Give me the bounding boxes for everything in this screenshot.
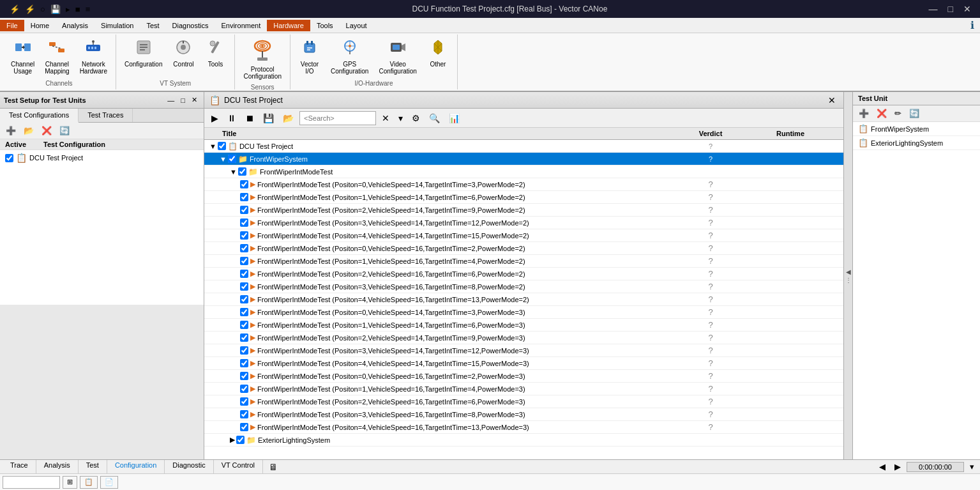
tab-test-traces[interactable]: Test Traces <box>79 109 133 122</box>
table-row[interactable]: ▶ FrontWiperIntModeTest (Positon=4,Vehic… <box>204 421 843 434</box>
right-panel-collapse-btn[interactable]: ◀ ⋮ <box>843 92 852 459</box>
table-row[interactable]: ▼ 📁 FrontWiperIntModeTest <box>204 165 843 178</box>
row18-check[interactable] <box>240 372 248 380</box>
menu-home[interactable]: Home <box>24 20 56 31</box>
status-nav-left[interactable]: ◀ <box>876 460 889 473</box>
row0-check[interactable] <box>218 142 226 150</box>
qa-arrow[interactable]: ▸ <box>64 4 72 15</box>
row5-check[interactable] <box>240 206 248 214</box>
table-row[interactable]: ▶ FrontWiperIntModeTest (Positon=4,Vehic… <box>204 357 843 370</box>
table-row[interactable]: ▼ 📋 DCU Test Project ? <box>204 140 843 153</box>
status-time-dropdown[interactable]: ▾ <box>967 460 977 473</box>
status-tab-diagnostic[interactable]: Diagnostic <box>165 460 213 474</box>
panel-restore-btn[interactable]: □ <box>178 95 188 105</box>
table-row[interactable]: ▶ FrontWiperIntModeTest (Positon=2,Vehic… <box>204 268 843 280</box>
status-tab-vt-control[interactable]: VT Control <box>214 460 263 474</box>
ribbon-btn-other[interactable]: Other <box>423 36 453 70</box>
qa-save[interactable]: 💾 <box>49 4 63 15</box>
table-row[interactable]: ▶ FrontWiperIntModeTest (Positon=1,Vehic… <box>204 319 843 332</box>
minimize-button[interactable]: — <box>925 3 942 15</box>
test-rows-scroll[interactable]: ▼ 📋 DCU Test Project ? ▼ 📁 FrontWiperSys… <box>204 140 843 459</box>
tree-item-dcu[interactable]: 📋 DCU Test Project <box>0 150 204 165</box>
table-row[interactable]: ▶ FrontWiperIntModeTest (Positon=3,Vehic… <box>204 408 843 421</box>
row7-check[interactable] <box>240 231 248 240</box>
row19-check[interactable] <box>240 385 248 393</box>
row3-check[interactable] <box>240 180 248 188</box>
monitor-icon[interactable]: 🖥 <box>266 460 281 474</box>
app-help[interactable]: ℹ <box>969 19 976 32</box>
bottom-page-btn[interactable]: 📄 <box>100 476 118 489</box>
table-row[interactable]: ▶ FrontWiperIntModeTest (Positon=0,Vehic… <box>204 242 843 255</box>
ribbon-btn-network-hardware[interactable]: NetworkHardware <box>75 36 112 77</box>
pause-btn[interactable]: ⏸ <box>224 111 239 125</box>
qa-circle[interactable]: ○ <box>38 4 47 15</box>
ribbon-btn-configuration[interactable]: Configuration <box>120 36 167 70</box>
open-report-btn[interactable]: 📂 <box>280 111 297 125</box>
table-row[interactable]: ▶ FrontWiperIntModeTest (Positon=0,Vehic… <box>204 306 843 319</box>
row20-check[interactable] <box>240 397 248 406</box>
ribbon-btn-gps-config[interactable]: GPSConfiguration <box>326 36 373 77</box>
table-row[interactable]: ▶ FrontWiperIntModeTest (Positon=3,Vehic… <box>204 217 843 229</box>
status-tab-configuration[interactable]: Configuration <box>107 460 165 474</box>
row13-check[interactable] <box>240 308 248 316</box>
tab-test-configurations[interactable]: Test Configurations <box>0 109 79 123</box>
ribbon-btn-tools[interactable]: Tools <box>200 36 230 70</box>
status-nav-right[interactable]: ▶ <box>891 460 904 473</box>
menu-test[interactable]: Test <box>140 20 165 31</box>
row21-check[interactable] <box>240 410 248 418</box>
row4-check[interactable] <box>240 193 248 201</box>
remove-btn[interactable]: ❌ <box>38 124 55 137</box>
row6-check[interactable] <box>240 218 248 227</box>
search-options-btn[interactable]: ▾ <box>395 111 406 125</box>
panel-close-btn[interactable]: ✕ <box>189 95 200 105</box>
qa-menu[interactable]: ≡ <box>84 4 93 15</box>
menu-tools[interactable]: Tools <box>310 20 340 31</box>
stop-btn[interactable]: ⏹ <box>242 111 257 125</box>
ribbon-btn-vector-io[interactable]: VectorI/O <box>294 36 325 77</box>
table-row[interactable]: ▶ FrontWiperIntModeTest (Positon=2,Vehic… <box>204 204 843 217</box>
table-row[interactable]: ▶ FrontWiperIntModeTest (Positon=1,Vehic… <box>204 383 843 395</box>
save-report-btn[interactable]: 💾 <box>260 111 277 125</box>
menu-file[interactable]: File <box>0 20 24 31</box>
table-row[interactable]: ▶ FrontWiperIntModeTest (Positon=2,Vehic… <box>204 395 843 408</box>
row14-check[interactable] <box>240 321 248 329</box>
bottom-search-input[interactable] <box>3 476 60 489</box>
close-button[interactable]: ✕ <box>960 3 975 15</box>
row11-check[interactable] <box>240 282 248 291</box>
ribbon-btn-video-config[interactable]: VideoConfiguration <box>374 36 421 77</box>
report-btn[interactable]: 📊 <box>446 111 463 125</box>
bottom-copy-btn[interactable]: 📋 <box>80 476 98 489</box>
play-btn[interactable]: ▶ <box>208 111 222 125</box>
status-tab-analysis[interactable]: Analysis <box>36 460 79 474</box>
right-edit-btn[interactable]: ✏ <box>891 107 905 120</box>
table-row[interactable]: ▶ FrontWiperIntModeTest (Positon=0,Vehic… <box>204 178 843 191</box>
menu-simulation[interactable]: Simulation <box>94 20 140 31</box>
menu-analysis[interactable]: Analysis <box>56 20 94 31</box>
qa-lightning1[interactable]: ⚡ <box>8 4 22 15</box>
filter-btn[interactable]: ⚙ <box>409 111 423 125</box>
row1-check[interactable] <box>228 155 236 163</box>
expand-btn[interactable]: 🔍 <box>426 111 443 125</box>
doc-close-btn[interactable]: ✕ <box>825 95 838 105</box>
qa-lightning2[interactable]: ⚡ <box>23 4 37 15</box>
refresh-btn[interactable]: 🔄 <box>56 124 73 137</box>
table-row[interactable]: ▶ 📁 ExteriorLightingSystem <box>204 434 843 447</box>
row16-check[interactable] <box>240 346 248 355</box>
row12-check[interactable] <box>240 295 248 303</box>
status-tab-trace[interactable]: Trace <box>3 460 36 474</box>
menu-hardware[interactable]: Hardware <box>267 20 310 31</box>
row17-check[interactable] <box>240 359 248 367</box>
table-row[interactable]: ▼ 📁 FrontWiperSystem ? <box>204 153 843 165</box>
row9-check[interactable] <box>240 257 248 265</box>
table-row[interactable]: ▶ FrontWiperIntModeTest (Positon=0,Vehic… <box>204 370 843 383</box>
status-tab-test[interactable]: Test <box>79 460 107 474</box>
ribbon-btn-channel-mapping[interactable]: ChannelMapping <box>40 36 73 77</box>
bottom-grid-btn[interactable]: ⊞ <box>63 476 77 489</box>
row2-check[interactable] <box>238 167 246 176</box>
ribbon-btn-channel-usage[interactable]: ChannelUsage <box>6 36 39 77</box>
panel-minimize-btn[interactable]: — <box>165 95 177 105</box>
right-remove-btn[interactable]: ❌ <box>873 107 890 120</box>
table-row[interactable]: ▶ FrontWiperIntModeTest (Positon=1,Vehic… <box>204 191 843 204</box>
row22-check[interactable] <box>240 423 248 431</box>
row10-check[interactable] <box>240 270 248 278</box>
